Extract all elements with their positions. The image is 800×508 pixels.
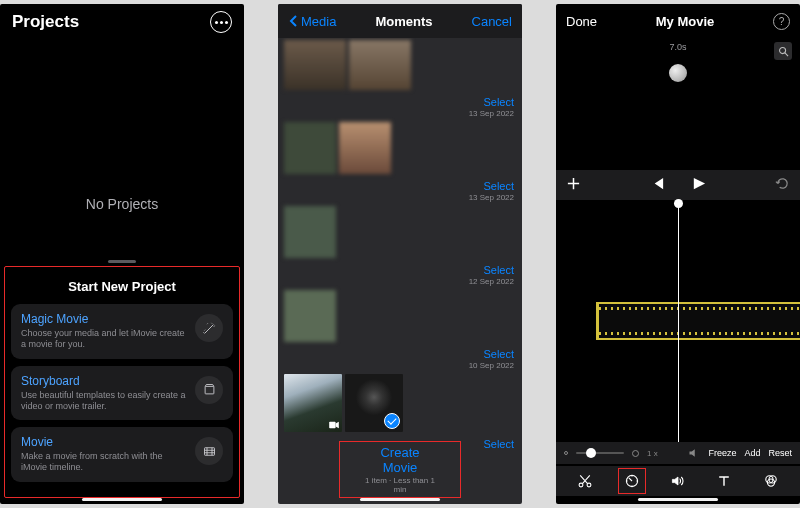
empty-state-label: No Projects [0, 196, 244, 212]
svg-rect-0 [205, 386, 214, 394]
speed-tool[interactable] [618, 468, 646, 494]
clip[interactable] [596, 302, 800, 340]
moment-header[interactable]: Select13 Sep 2022 [469, 96, 514, 118]
movie-icon [195, 437, 223, 465]
freeze-button[interactable]: Freeze [708, 448, 736, 458]
audio-tool[interactable] [664, 468, 692, 494]
undo-button[interactable] [775, 176, 790, 195]
more-button[interactable] [210, 11, 232, 33]
zoom-preview-button[interactable] [774, 42, 792, 60]
storyboard-icon [195, 376, 223, 404]
option-subtitle: Use beautiful templates to easily create… [21, 390, 187, 413]
create-movie-button[interactable]: Create Movie 1 item · Less than 1 min [339, 441, 461, 498]
new-project-sheet: Start New Project Magic Movie Choose you… [4, 266, 240, 498]
home-indicator[interactable] [360, 498, 440, 501]
add-media-button[interactable] [566, 176, 581, 195]
home-indicator[interactable] [638, 498, 718, 501]
option-title: Movie [21, 435, 187, 449]
help-button[interactable]: ? [773, 13, 790, 30]
svg-point-4 [579, 483, 583, 487]
cut-tool[interactable] [571, 468, 599, 494]
header: Media Moments Cancel [278, 4, 522, 38]
cancel-button[interactable]: Cancel [472, 14, 512, 29]
video-preview[interactable]: 7.0s [556, 38, 800, 170]
playhead[interactable] [678, 200, 679, 464]
moment-header[interactable]: Select12 Sep 2022 [469, 264, 514, 286]
media-scroll[interactable]: Select13 Sep 2022 Select13 Sep 2022 Sele… [278, 38, 522, 464]
done-button[interactable]: Done [566, 14, 597, 29]
page-title: Moments [375, 14, 432, 29]
timeline[interactable] [556, 200, 800, 464]
magic-wand-icon [195, 314, 223, 342]
edit-toolbar [556, 466, 800, 496]
moment-header[interactable]: Select13 Sep 2022 [469, 180, 514, 202]
home-indicator[interactable] [82, 498, 162, 501]
moment-header[interactable]: Select10 Sep 2022 [469, 348, 514, 370]
screen-media-picker: Media Moments Cancel Select13 Sep 2022 S… [278, 4, 522, 504]
svg-rect-1 [204, 447, 214, 455]
preview-frame [669, 64, 687, 82]
svg-point-5 [587, 483, 591, 487]
header: Done My Movie ? [556, 4, 800, 38]
timestamp-label: 7.0s [669, 42, 686, 52]
reset-button[interactable]: Reset [768, 448, 792, 458]
screen-editor: Done My Movie ? 7.0s 1 x Freeze Add Rese… [556, 4, 800, 504]
tick-icon [632, 450, 639, 457]
volume-icon [688, 447, 700, 459]
option-storyboard[interactable]: Storyboard Use beautiful templates to ea… [11, 366, 233, 421]
option-subtitle: Choose your media and let iMovie create … [21, 328, 187, 351]
sheet-grabber[interactable] [108, 260, 136, 263]
svg-point-3 [779, 47, 785, 53]
option-title: Magic Movie [21, 312, 187, 326]
media-thumb[interactable] [284, 374, 342, 432]
page-title: Projects [12, 12, 79, 32]
add-button[interactable]: Add [744, 448, 760, 458]
back-button[interactable]: Media [288, 14, 336, 29]
media-thumb-selected[interactable] [345, 374, 403, 432]
speed-row: 1 x Freeze Add Reset [556, 442, 800, 464]
transport-controls [556, 170, 800, 200]
screen-projects: Projects No Projects Start New Project M… [0, 4, 244, 504]
option-magic-movie[interactable]: Magic Movie Choose your media and let iM… [11, 304, 233, 359]
play-button[interactable] [691, 176, 706, 195]
project-title: My Movie [656, 14, 715, 29]
tick-icon [564, 451, 568, 455]
header: Projects [0, 4, 244, 40]
filters-tool[interactable] [757, 468, 785, 494]
option-title: Storyboard [21, 374, 187, 388]
speed-label: 1 x [647, 449, 658, 458]
titles-tool[interactable] [710, 468, 738, 494]
speed-slider[interactable] [576, 452, 624, 454]
option-subtitle: Make a movie from scratch with the iMovi… [21, 451, 187, 474]
skip-back-button[interactable] [650, 176, 665, 195]
svg-rect-2 [329, 422, 335, 428]
sheet-title: Start New Project [11, 273, 233, 304]
back-label: Media [301, 14, 336, 29]
moment-header[interactable]: Select [483, 438, 514, 450]
selected-check-icon [384, 413, 400, 429]
option-movie[interactable]: Movie Make a movie from scratch with the… [11, 427, 233, 482]
